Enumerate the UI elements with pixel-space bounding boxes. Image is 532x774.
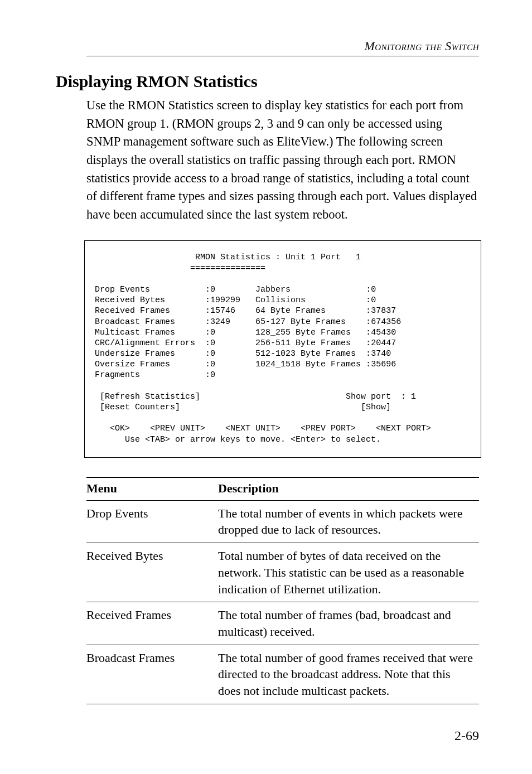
footer-hint: Use <TAB> or arrow keys to move. <Enter>… (125, 435, 381, 444)
table-cell-menu: Broadcast Frames (86, 645, 218, 704)
running-header: Monitoring the Switch (86, 39, 479, 54)
stat-line: CRC/Alignment Errors :0 256-511 Byte Fra… (95, 338, 396, 348)
table-row: Received Bytes Total number of bytes of … (86, 543, 479, 602)
table-row: Received Frames The total number of fram… (86, 602, 479, 645)
stat-line: Received Frames :15746 64 Byte Frames :3… (95, 306, 396, 316)
table-cell-desc: The total number of good frames received… (218, 645, 479, 704)
table-head-menu: Menu (86, 477, 218, 501)
footer-keys[interactable]: <OK> <PREV UNIT> <NEXT UNIT> <PREV PORT>… (110, 424, 431, 433)
table-row: Broadcast Frames The total number of goo… (86, 645, 479, 704)
stat-line: Broadcast Frames :3249 65-127 Byte Frame… (95, 317, 401, 327)
section-heading: Displaying RMON Statistics (56, 72, 479, 91)
table-cell-desc: The total number of frames (bad, broadca… (218, 602, 479, 645)
table-cell-menu: Drop Events (86, 500, 218, 543)
section-paragraph: Use the RMON Statistics screen to displa… (86, 96, 479, 224)
stat-line: Oversize Frames :0 1024_1518 Byte Frames… (95, 360, 396, 369)
description-table: Menu Description Drop Events The total n… (86, 477, 479, 704)
table-cell-menu: Received Bytes (86, 543, 218, 602)
reset-counters-button[interactable]: [Reset Counters] (100, 403, 180, 412)
header-rule (86, 56, 479, 56)
table-cell-desc: The total number of events in which pack… (218, 500, 479, 543)
stat-line: Drop Events :0 Jabbers :0 (95, 285, 376, 294)
terminal-rule: =============== (190, 264, 265, 273)
table-cell-menu: Received Frames (86, 602, 218, 645)
table-head-desc: Description (218, 477, 479, 501)
stat-line: Fragments :0 (95, 370, 215, 380)
terminal-screen: RMON Statistics : Unit 1 Port 1 ========… (84, 240, 481, 457)
stat-line: Multicast Frames :0 128_255 Byte Frames … (95, 328, 396, 337)
stat-line: Received Bytes :199299 Collisions :0 (95, 296, 376, 305)
refresh-statistics-button[interactable]: [Refresh Statistics] (100, 392, 200, 401)
show-button[interactable]: [Show] (361, 403, 391, 412)
table-cell-desc: Total number of bytes of data received o… (218, 543, 479, 602)
page-number: 2-69 (454, 728, 479, 743)
terminal-title-line: RMON Statistics : Unit 1 Port 1 (95, 253, 361, 262)
running-title: Monitoring the Switch (364, 39, 479, 53)
stat-line: Undersize Frames :0 512-1023 Byte Frames… (95, 349, 391, 359)
table-row: Drop Events The total number of events i… (86, 500, 479, 543)
show-port-label: Show port : 1 (346, 392, 416, 401)
